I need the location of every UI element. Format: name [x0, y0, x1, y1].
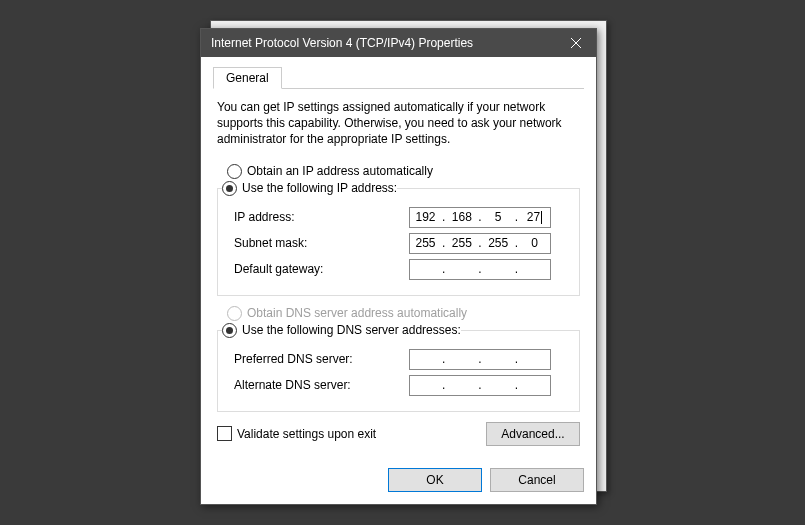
radio-ip-auto[interactable]: Obtain an IP address automatically: [227, 164, 584, 179]
radio-dns-manual-label: Use the following DNS server addresses:: [242, 323, 461, 337]
description-text: You can get IP settings assigned automat…: [217, 99, 580, 148]
titlebar: Internet Protocol Version 4 (TCP/IPv4) P…: [201, 29, 596, 57]
default-gateway-input[interactable]: . . .: [409, 259, 551, 280]
default-gateway-label: Default gateway:: [228, 262, 409, 276]
close-button[interactable]: [556, 29, 596, 57]
validate-checkbox[interactable]: [217, 426, 232, 441]
tab-general[interactable]: General: [213, 67, 282, 89]
ip-group: Use the following IP address: IP address…: [217, 181, 580, 296]
dns-group: Use the following DNS server addresses: …: [217, 323, 580, 412]
subnet-mask-input[interactable]: 255. 255. 255. 0: [409, 233, 551, 254]
dialog-body: General You can get IP settings assigned…: [201, 57, 596, 458]
radio-ip-manual[interactable]: Use the following IP address:: [222, 181, 397, 196]
radio-icon: [227, 306, 242, 321]
alternate-dns-label: Alternate DNS server:: [228, 378, 409, 392]
ip-address-label: IP address:: [228, 210, 409, 224]
radio-dns-manual[interactable]: Use the following DNS server addresses:: [222, 323, 461, 338]
radio-ip-auto-label: Obtain an IP address automatically: [247, 164, 433, 178]
tabstrip: General: [213, 67, 584, 89]
advanced-button[interactable]: Advanced...: [486, 422, 580, 446]
alternate-dns-input[interactable]: . . .: [409, 375, 551, 396]
radio-icon: [227, 164, 242, 179]
preferred-dns-input[interactable]: . . .: [409, 349, 551, 370]
ok-button[interactable]: OK: [388, 468, 482, 492]
radio-icon: [222, 181, 237, 196]
dialog-footer: OK Cancel: [201, 458, 596, 504]
ip-address-input[interactable]: 192. 168. 5. 27: [409, 207, 551, 228]
radio-icon: [222, 323, 237, 338]
text-caret: [541, 211, 542, 224]
radio-dns-auto: Obtain DNS server address automatically: [227, 306, 584, 321]
radio-dns-auto-label: Obtain DNS server address automatically: [247, 306, 467, 320]
preferred-dns-label: Preferred DNS server:: [228, 352, 409, 366]
radio-ip-manual-label: Use the following IP address:: [242, 181, 397, 195]
properties-dialog: Internet Protocol Version 4 (TCP/IPv4) P…: [200, 28, 597, 505]
subnet-mask-label: Subnet mask:: [228, 236, 409, 250]
window-title: Internet Protocol Version 4 (TCP/IPv4) P…: [211, 36, 473, 50]
cancel-button[interactable]: Cancel: [490, 468, 584, 492]
close-icon: [571, 38, 581, 48]
validate-label: Validate settings upon exit: [237, 427, 376, 441]
